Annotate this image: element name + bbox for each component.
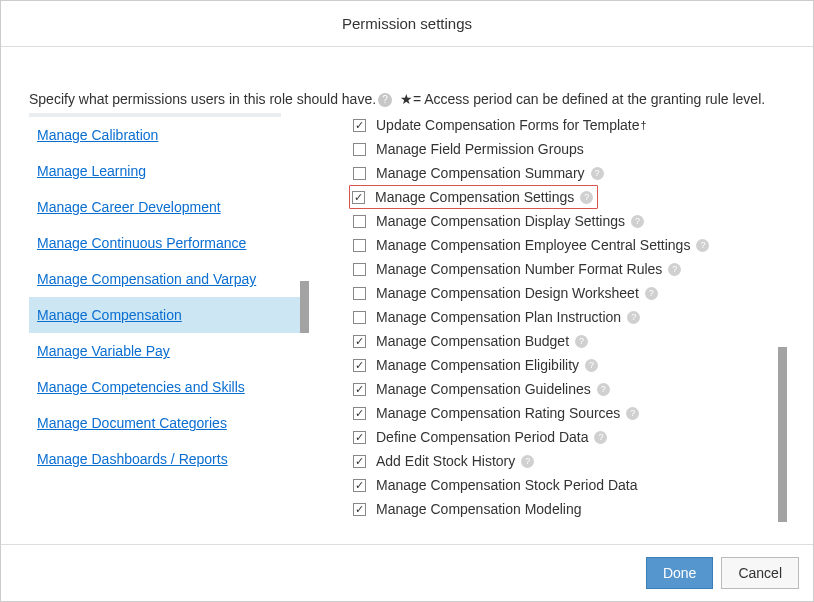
sidebar-item-label: Manage Competencies and Skills: [37, 379, 245, 395]
dagger-icon: †: [641, 119, 647, 131]
permission-row: Manage Compensation Eligibility?: [353, 353, 787, 377]
help-icon[interactable]: ?: [631, 215, 644, 228]
permission-row: Manage Compensation Rating Sources?: [353, 401, 787, 425]
permission-row: Manage Compensation Number Format Rules?: [353, 257, 787, 281]
sidebar-item[interactable]: Manage Calibration: [29, 117, 309, 153]
permission-row: Manage Compensation Display Settings?: [353, 209, 787, 233]
permission-label: Define Compensation Period Data: [376, 429, 588, 445]
sidebar-item[interactable]: Manage Dashboards / Reports: [29, 441, 309, 477]
permission-label: Manage Compensation Design Worksheet: [376, 285, 639, 301]
sidebar-item[interactable]: Manage Continuous Performance: [29, 225, 309, 261]
content-panes: Manage CalibrationManage LearningManage …: [29, 113, 787, 544]
permission-checkbox[interactable]: [353, 431, 366, 444]
permission-checkbox[interactable]: [353, 383, 366, 396]
help-icon[interactable]: ?: [580, 191, 593, 204]
permission-label: Manage Compensation Rating Sources: [376, 405, 620, 421]
sidebar-item-label: Manage Calibration: [37, 127, 158, 143]
permission-row: Manage Compensation Settings?: [349, 185, 598, 209]
permission-row: Manage Field Permission Groups: [353, 137, 787, 161]
help-icon[interactable]: ?: [696, 239, 709, 252]
permission-checkbox[interactable]: [353, 215, 366, 228]
help-icon[interactable]: ?: [645, 287, 658, 300]
permission-label: Manage Compensation Display Settings: [376, 213, 625, 229]
sidebar-item[interactable]: Manage Career Development: [29, 189, 309, 225]
help-icon[interactable]: ?: [575, 335, 588, 348]
sidebar-item-label: Manage Variable Pay: [37, 343, 170, 359]
done-button[interactable]: Done: [646, 557, 713, 589]
permission-settings-dialog: Permission settings Specify what permiss…: [0, 0, 814, 602]
permission-checkbox[interactable]: [353, 455, 366, 468]
permission-row: Manage Compensation Design Worksheet?: [353, 281, 787, 305]
help-icon[interactable]: ?: [594, 431, 607, 444]
sidebar-item[interactable]: Manage Compensation: [29, 297, 309, 333]
permission-row: Manage Compensation Guidelines?: [353, 377, 787, 401]
permission-label: Manage Compensation Summary: [376, 165, 585, 181]
permission-checkbox[interactable]: [353, 287, 366, 300]
sidebar-item-label: Manage Document Categories: [37, 415, 227, 431]
sidebar-item-label: Manage Career Development: [37, 199, 221, 215]
sidebar-item-label: Manage Continuous Performance: [37, 235, 246, 251]
permission-label: Manage Compensation Modeling: [376, 501, 581, 517]
instruction-prefix: Specify what permissions users in this r…: [29, 91, 376, 107]
sidebar-item[interactable]: Manage Compensation and Varpay: [29, 261, 309, 297]
permission-label: Manage Compensation Budget: [376, 333, 569, 349]
permission-checkbox[interactable]: [353, 359, 366, 372]
permission-row: Manage Compensation Stock Period Data: [353, 473, 787, 497]
help-icon[interactable]: ?: [521, 455, 534, 468]
help-icon[interactable]: ?: [597, 383, 610, 396]
help-icon[interactable]: ?: [626, 407, 639, 420]
permission-label: Update Compensation Forms for Template: [376, 117, 640, 133]
permission-checkbox[interactable]: [352, 191, 365, 204]
permissions-list: Update Compensation Forms for Template†M…: [353, 113, 787, 521]
permission-label: Manage Compensation Eligibility: [376, 357, 579, 373]
permission-row: Manage Compensation Employee Central Set…: [353, 233, 787, 257]
help-icon[interactable]: ?: [591, 167, 604, 180]
permission-checkbox[interactable]: [353, 143, 366, 156]
permission-label: Manage Compensation Plan Instruction: [376, 309, 621, 325]
category-sidebar: Manage CalibrationManage LearningManage …: [29, 113, 309, 544]
permission-row: Manage Compensation Modeling: [353, 497, 787, 521]
sidebar-item[interactable]: Manage Competencies and Skills: [29, 369, 309, 405]
permission-label: Manage Compensation Employee Central Set…: [376, 237, 690, 253]
sidebar-item-label: Manage Learning: [37, 163, 146, 179]
permission-row: Add Edit Stock History?: [353, 449, 787, 473]
permissions-panel: Update Compensation Forms for Template†M…: [309, 113, 787, 544]
sidebar-item[interactable]: Manage Variable Pay: [29, 333, 309, 369]
dialog-title: Permission settings: [1, 1, 813, 47]
help-icon[interactable]: ?: [668, 263, 681, 276]
permission-checkbox[interactable]: [353, 119, 366, 132]
instruction-suffix: ★= Access period can be defined at the g…: [396, 91, 765, 107]
permission-checkbox[interactable]: [353, 335, 366, 348]
help-icon[interactable]: ?: [627, 311, 640, 324]
category-list: Manage CalibrationManage LearningManage …: [29, 117, 309, 477]
sidebar-item[interactable]: Manage Document Categories: [29, 405, 309, 441]
permission-label: Manage Field Permission Groups: [376, 141, 584, 157]
permission-row: Update Compensation Forms for Template†: [353, 113, 787, 137]
permission-label: Manage Compensation Stock Period Data: [376, 477, 637, 493]
cancel-button[interactable]: Cancel: [721, 557, 799, 589]
permission-label: Manage Compensation Number Format Rules: [376, 261, 662, 277]
permission-row: Manage Compensation Summary?: [353, 161, 787, 185]
dialog-body: Specify what permissions users in this r…: [1, 47, 813, 544]
help-icon[interactable]: ?: [585, 359, 598, 372]
permissions-scrollbar[interactable]: [778, 347, 787, 522]
permission-checkbox[interactable]: [353, 263, 366, 276]
permission-label: Manage Compensation Guidelines: [376, 381, 591, 397]
permission-checkbox[interactable]: [353, 503, 366, 516]
sidebar-scrollbar[interactable]: [300, 281, 309, 333]
permission-checkbox[interactable]: [353, 407, 366, 420]
permission-checkbox[interactable]: [353, 167, 366, 180]
permission-row: Manage Compensation Budget?: [353, 329, 787, 353]
permission-row: Manage Compensation Plan Instruction?: [353, 305, 787, 329]
permission-checkbox[interactable]: [353, 311, 366, 324]
sidebar-item[interactable]: Manage Learning: [29, 153, 309, 189]
permission-checkbox[interactable]: [353, 479, 366, 492]
sidebar-item-label: Manage Dashboards / Reports: [37, 451, 228, 467]
instruction-text: Specify what permissions users in this r…: [29, 91, 787, 107]
permission-row: Define Compensation Period Data?: [353, 425, 787, 449]
help-icon[interactable]: ?: [378, 93, 392, 107]
permission-label: Add Edit Stock History: [376, 453, 515, 469]
sidebar-item-label: Manage Compensation and Varpay: [37, 271, 256, 287]
permission-checkbox[interactable]: [353, 239, 366, 252]
dialog-footer: Done Cancel: [1, 544, 813, 601]
